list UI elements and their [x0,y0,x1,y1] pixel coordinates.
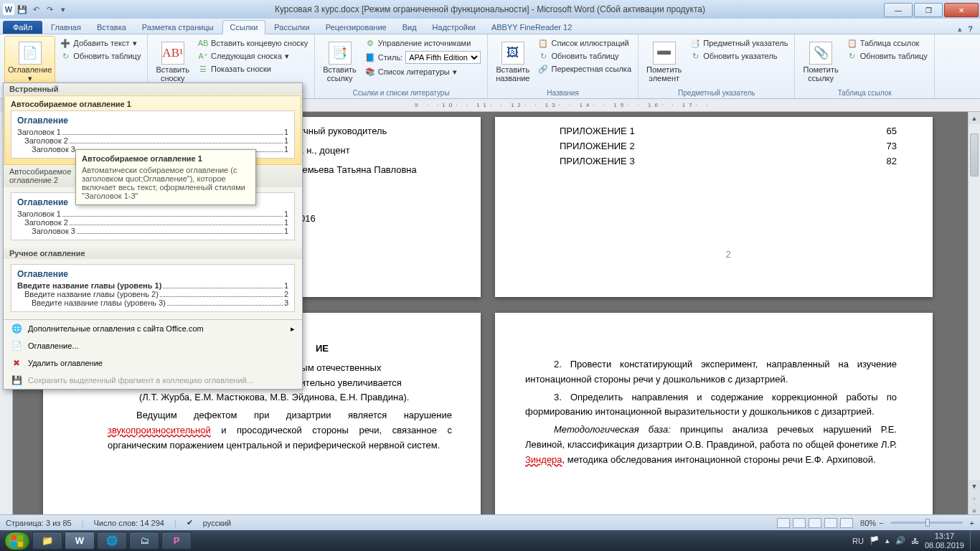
qat-redo-icon[interactable]: ↷ [44,4,55,15]
tab-layout[interactable]: Разметка страницы [135,21,221,34]
qat-undo-icon[interactable]: ↶ [30,4,42,15]
ruler-marks: 9 · ·10· · 11· · 12· · 13· · 14· · 15· ·… [415,102,711,108]
zoom-slider[interactable] [891,522,963,524]
table-authorities-button[interactable]: 📋Таблица ссылок [845,37,930,49]
mark-entry-button[interactable]: ➖ Пометить элемент [643,36,685,88]
save-icon: 💾 [11,375,22,386]
spellcheck-icon[interactable]: ✔ [187,518,193,527]
task-folder[interactable]: 🗂 [129,532,159,550]
tab-mailings[interactable]: Рассылки [267,21,316,34]
update-toc-button[interactable]: ↻Обновить таблицу [58,50,143,62]
help-icon[interactable]: ? [968,24,973,34]
tray-volume-icon[interactable]: 🔊 [895,536,905,545]
scroll-up-icon[interactable]: ▲ [969,112,980,124]
insert-citation-button[interactable]: 📑 Вставить ссылку [319,36,360,88]
tab-abbyy[interactable]: ABBYY FineReader 12 [484,21,579,34]
tab-addins[interactable]: Надстройки [425,21,483,34]
next-footnote-button[interactable]: A⁺Следующая сноска ▾ [196,50,310,62]
task-word[interactable]: W [65,532,95,550]
update-index-button[interactable]: ↻Обновить указатель [688,50,790,62]
mark-citation-button[interactable]: 📎 Пометить ссылку [799,36,842,88]
scroll-thumb[interactable] [970,133,979,176]
close-button[interactable]: ✕ [944,3,979,17]
view-outline-icon[interactable] [824,518,837,528]
page-2[interactable]: ПРИЛОЖЕНИЕ 165 ПРИЛОЖЕНИЕ 273 ПРИЛОЖЕНИЕ… [495,117,933,297]
mark-entry-icon: ➖ [653,42,676,65]
toc-gallery-dropdown: Встроенный Автособираемое оглавление 1 О… [3,83,303,390]
gallery-header-builtin: Встроенный [4,83,302,95]
tab-review[interactable]: Рецензирование [319,21,394,34]
footnote-icon: AB¹ [161,42,184,65]
view-draft-icon[interactable] [840,518,853,528]
tab-file[interactable]: Файл [3,21,42,34]
show-notes-button[interactable]: ☰Показать сноски [196,63,310,75]
footnote-label: Вставить сноску [156,65,189,83]
window-title: Курсовая 3 курс.docx [Режим ограниченной… [275,4,705,14]
more-toc-office-button[interactable]: 🌐Дополнительные оглавления с сайта Offic… [4,320,302,337]
qat-save-icon[interactable]: 💾 [17,4,28,15]
remove-toc-button[interactable]: ✖Удалить оглавление [4,354,302,372]
ribbon-tabs: Файл Главная Вставка Разметка страницы С… [0,19,980,34]
prev-page-icon[interactable]: ◦ [969,492,980,504]
insert-footnote-button[interactable]: AB¹ Вставить сноску [152,36,193,88]
toc-dialog-icon: 📄 [11,340,22,352]
toc-manual-item[interactable]: Оглавление Введите название главы (урове… [4,260,301,319]
task-powerpoint[interactable]: P [161,532,192,550]
gallery-header-manual: Ручное оглавление [4,248,302,259]
svg-rect-1 [18,534,23,540]
task-explorer[interactable]: 📁 [32,532,62,550]
scroll-down-icon[interactable]: ▼ [969,480,980,492]
update-authorities-button[interactable]: ↻Обновить таблицу [845,50,930,62]
tray-flag-icon[interactable]: 🏳️ [870,536,880,545]
tray-up-icon[interactable]: ▴ [885,536,890,545]
custom-toc-button[interactable]: 📄Оглавление... [4,337,302,354]
tab-view[interactable]: Вид [395,21,424,34]
toc-icon: 📄 [19,42,42,65]
show-desktop-button[interactable] [970,531,976,550]
minimize-ribbon-icon[interactable]: ▴ [958,24,962,34]
update-figures-button[interactable]: ↻Обновить таблицу [536,50,633,62]
zoom-out-button[interactable]: − [879,519,883,527]
view-print-icon[interactable] [777,518,790,528]
tab-home[interactable]: Главная [44,21,88,34]
manage-sources-button[interactable]: ⚙Управление источниками [363,37,483,49]
mark-citation-icon: 📎 [809,42,832,65]
citation-icon: 📑 [329,42,352,65]
bibliography-button[interactable]: 📚Список литературы ▾ [363,66,483,77]
minimize-button[interactable]: — [884,3,913,17]
cross-reference-button[interactable]: 🔗Перекрестная ссылка [536,63,633,75]
mark-entry-label: Пометить элемент [646,65,682,83]
view-web-icon[interactable] [809,518,821,528]
word-icon: W [3,4,14,15]
status-words[interactable]: Число слов: 14 294 [93,519,164,527]
svg-rect-0 [11,534,17,540]
tab-references[interactable]: Ссылки [222,20,266,34]
start-button[interactable] [4,532,30,550]
status-page[interactable]: Страница: 3 из 85 [6,519,72,527]
toc-auto1-title: Автособираемое оглавление 1 [11,100,295,108]
insert-endnote-button[interactable]: ABВставить концевую сноску [196,37,310,49]
zoom-level[interactable]: 80% [860,519,876,527]
tray-clock[interactable]: 13:17 08.08.2019 [925,532,964,549]
tab-insert[interactable]: Вставка [90,21,133,34]
page-4[interactable]: 2. Провести констатирующий эксперимент, … [495,313,933,517]
text: к. п. н., доцент [287,143,452,159]
citation-style-select[interactable]: 📘Стиль: APA Fifth Edition [363,50,483,65]
list-figures-button[interactable]: 📋Список иллюстраций [536,37,633,49]
save-toc-selection-button: 💾Сохранить выделенный фрагмент в коллекц… [4,372,302,389]
add-text-button[interactable]: ➕Добавить текст ▾ [58,37,143,49]
tooltip-title: Автособираемое оглавление 1 [82,154,250,163]
tray-network-icon[interactable]: 🖧 [911,537,919,545]
toc-button[interactable]: 📄 Оглавление▾ [4,36,55,88]
insert-caption-button[interactable]: 🖼 Вставить название [492,36,533,88]
view-read-icon[interactable] [793,518,806,528]
task-chrome[interactable]: 🌐 [97,532,127,550]
insert-index-button[interactable]: 📑Предметный указатель [688,37,790,49]
zoom-in-button[interactable]: + [970,519,974,527]
status-lang[interactable]: русский [203,519,231,527]
tray-lang[interactable]: RU [852,537,864,545]
maximize-button[interactable]: ❐ [914,3,943,17]
vertical-scrollbar[interactable]: ▲ ▼ ◦ ≡ [968,112,980,517]
qat-customize-icon[interactable]: ▾ [57,4,69,15]
refresh-icon: ↻ [60,51,70,61]
